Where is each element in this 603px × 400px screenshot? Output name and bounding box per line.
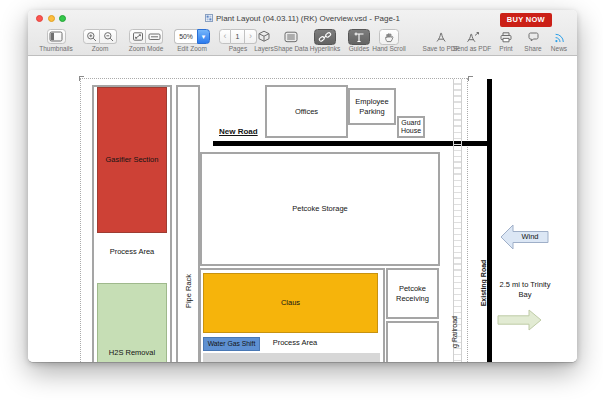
buy-now-button[interactable]: BUY NOW (500, 13, 552, 27)
guides-icon (352, 31, 366, 43)
minimize-button[interactable] (48, 15, 55, 22)
hand-scroll-button[interactable] (379, 29, 399, 45)
petcoke-storage-box[interactable]: Petcoke Storage (200, 152, 440, 266)
page-corner-mark-right (468, 76, 473, 81)
new-road-line[interactable] (213, 141, 490, 146)
gasifier-section-box[interactable]: Gasifier Section (97, 87, 167, 233)
petcoke-receiving-box[interactable]: Petcoke Receiving (386, 268, 439, 319)
zoom-fit-width-button[interactable] (146, 29, 163, 44)
guides-button[interactable] (348, 29, 370, 45)
app-window: Plant Layout (04.03.11) (RK) Overview.vs… (28, 10, 577, 362)
print-button[interactable] (493, 28, 519, 45)
previous-page-button[interactable]: ‹ (219, 29, 231, 44)
hyperlinks-button[interactable] (314, 29, 336, 45)
zoom-out-icon (103, 31, 114, 42)
toolbar-group-zoom-mode: Zoom Mode (124, 28, 168, 52)
distance-note-label[interactable]: 2.5 mi to Trinity Bay (498, 280, 552, 300)
page-number-field[interactable]: 1 (231, 29, 245, 44)
pipe-rack-box[interactable] (176, 85, 200, 362)
toolbar-group-hyperlinks: Hyperlinks (305, 28, 345, 52)
distance-arrow[interactable] (497, 309, 542, 331)
zoom-out-button[interactable] (100, 29, 117, 44)
toolbar: Thumbnails Zoom Zoom Mode 50%▼ (28, 27, 577, 56)
employee-parking-box[interactable]: Employee Parking (348, 88, 396, 125)
window-chrome: Plant Layout (04.03.11) (RK) Overview.vs… (28, 10, 577, 56)
hand-icon (383, 31, 395, 43)
send-as-pdf-label: Send as PDF (448, 45, 496, 52)
wind-label: Wind (514, 232, 546, 241)
share-button[interactable] (520, 28, 546, 45)
existing-road-label[interactable]: Existing Road (480, 260, 487, 307)
share-label: Share (520, 45, 546, 52)
distance-arrow-shape (497, 309, 542, 331)
hand-scroll-label: Hand Scroll (368, 45, 410, 52)
pdf-send-icon (465, 31, 480, 43)
toolbar-group-print: Print (493, 28, 519, 52)
process-area-left-label[interactable]: Process Area (97, 247, 167, 257)
thumbnails-button[interactable] (47, 29, 66, 44)
toolbar-group-share: Share (520, 28, 546, 52)
h2s-removal-box[interactable]: H2S Removal (97, 283, 167, 362)
chevron-down-icon: ▼ (201, 34, 207, 40)
news-label: News (547, 45, 571, 52)
titlebar: Plant Layout (04.03.11) (RK) Overview.vs… (28, 10, 577, 27)
process-area-right-label[interactable]: Process Area (266, 338, 324, 348)
document-canvas: Gasifier Section Process Area H2S Remova… (28, 56, 577, 362)
zoom-in-icon (86, 31, 97, 42)
water-gas-shift-box[interactable]: Water Gas Shift (203, 337, 260, 351)
edit-zoom-label: Edit Zoom (170, 45, 214, 52)
wind-arrow[interactable]: Wind (500, 223, 549, 251)
unlabeled-box[interactable] (386, 321, 439, 362)
zoom-mode-label: Zoom Mode (124, 45, 168, 52)
window-title: Plant Layout (04.03.11) (RK) Overview.vs… (216, 14, 400, 23)
fit-width-icon (148, 31, 161, 42)
news-button[interactable] (547, 28, 571, 45)
send-as-pdf-button[interactable] (448, 28, 496, 45)
existing-road-line[interactable] (487, 79, 492, 362)
page-border-top (80, 78, 467, 79)
edit-zoom-value[interactable]: 50% (174, 29, 197, 44)
claus-box[interactable]: Claus (203, 273, 378, 333)
zoom-in-button[interactable] (83, 29, 100, 44)
new-road-label[interactable]: New Road (219, 127, 289, 137)
speech-bubble-icon (527, 31, 540, 43)
toolbar-group-news: News (547, 28, 571, 52)
pipe-rack-label[interactable]: Pipe Rack (184, 274, 193, 308)
zoom-window-button[interactable] (59, 15, 66, 22)
guard-house-box[interactable]: Guard House (397, 116, 425, 138)
shape-data-icon (284, 31, 298, 43)
pdf-icon (434, 31, 448, 43)
toolbar-group-send-as-pdf: Send as PDF (448, 28, 496, 52)
existing-railroad-label[interactable]: g Railroad (451, 316, 458, 348)
toolbar-group-zoom: Zoom (78, 28, 122, 52)
thumbnails-label: Thumbnails (36, 45, 76, 52)
hyperlinks-label: Hyperlinks (305, 45, 345, 52)
zoom-fit-page-button[interactable] (129, 29, 146, 44)
toolbar-group-thumbnails: Thumbnails (36, 28, 76, 52)
window-title-row: Plant Layout (04.03.11) (RK) Overview.vs… (118, 14, 487, 24)
rss-icon (553, 31, 566, 43)
hyperlink-icon (318, 31, 332, 43)
printer-icon (499, 31, 513, 43)
print-label: Print (493, 45, 519, 52)
edit-zoom-dropdown-button[interactable]: ▼ (197, 29, 210, 44)
toolbar-group-hand-scroll: Hand Scroll (368, 28, 410, 52)
layers-icon (257, 30, 271, 43)
page-border-left (80, 78, 81, 362)
fit-page-icon (132, 31, 144, 42)
page-corner-mark-left (79, 76, 84, 81)
toolbar-group-edit-zoom: 50%▼ Edit Zoom (170, 28, 214, 52)
zoom-label: Zoom (78, 45, 122, 52)
document-icon (205, 14, 213, 24)
bottom-gray-strip[interactable] (203, 353, 380, 362)
page-border-right (467, 78, 468, 362)
thumbnails-icon (49, 31, 63, 42)
close-button[interactable] (36, 15, 43, 22)
